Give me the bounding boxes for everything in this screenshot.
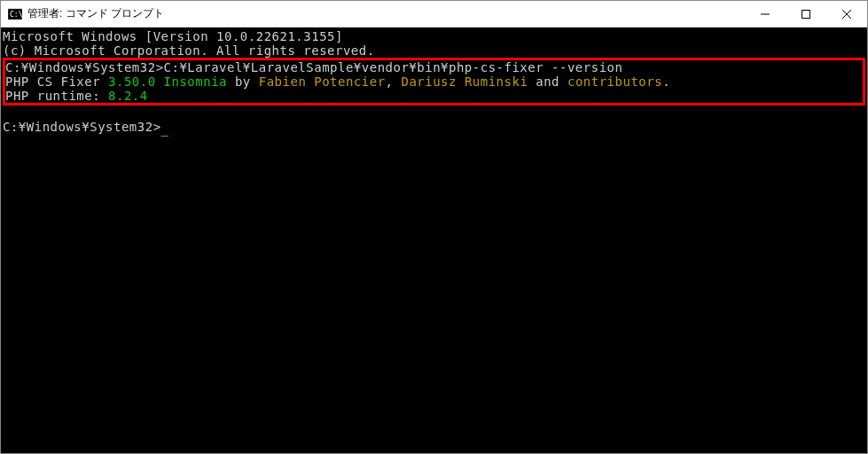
author2: Dariusz Ruminski [401,74,528,89]
svg-text:C:\: C:\ [10,11,22,19]
cmd-icon: C:\ [8,7,22,21]
command-prompt-window: C:\ 管理者: コマンド プロンプト Microsoft Windows [V… [0,0,868,454]
maximize-button[interactable] [786,1,826,27]
svg-rect-3 [802,10,810,18]
minimize-button[interactable] [745,1,786,27]
runtime-line: PHP runtime: 8.2.4 [5,89,863,103]
fixer-version: 3.50.0 [108,74,156,89]
runtime-version: 8.2.4 [108,89,148,103]
copyright-line: (c) Microsoft Corporation. All rights re… [3,43,865,58]
cursor [161,121,168,123]
terminal-area[interactable]: Microsoft Windows [Version 10.0.22621.31… [1,27,867,453]
fixer-codename: Insomnia [156,74,227,89]
current-prompt-line: C:¥Windows¥System32> [3,120,865,134]
and-text: and [528,74,567,89]
contributors: contributors [567,74,662,89]
runtime-label: PHP runtime: [5,89,108,103]
window-controls [745,1,867,27]
command-line: C:¥Windows¥System32>C:¥Laravel¥LaravelSa… [5,60,863,74]
by-text: by [227,74,259,89]
prompt: C:¥Windows¥System32> [3,120,161,134]
titlebar[interactable]: C:\ 管理者: コマンド プロンプト [1,1,867,27]
comma: , [386,74,402,89]
window-title: 管理者: コマンド プロンプト [27,6,745,21]
period: . [662,74,670,89]
highlighted-block: C:¥Windows¥System32>C:¥Laravel¥LaravelSa… [3,58,865,106]
version-line: Microsoft Windows [Version 10.0.22621.31… [3,29,865,43]
close-button[interactable] [826,1,867,27]
fixer-output-line: PHP CS Fixer 3.50.0 Insomnia by Fabien P… [5,74,863,89]
prompt: C:¥Windows¥System32> [5,60,164,74]
blank-line-2 [3,106,865,120]
command-text: C:¥Laravel¥LaravelSample¥vendor¥bin¥php-… [164,60,623,74]
author1: Fabien Potencier [259,74,386,89]
fixer-prefix: PHP CS Fixer [5,74,108,89]
